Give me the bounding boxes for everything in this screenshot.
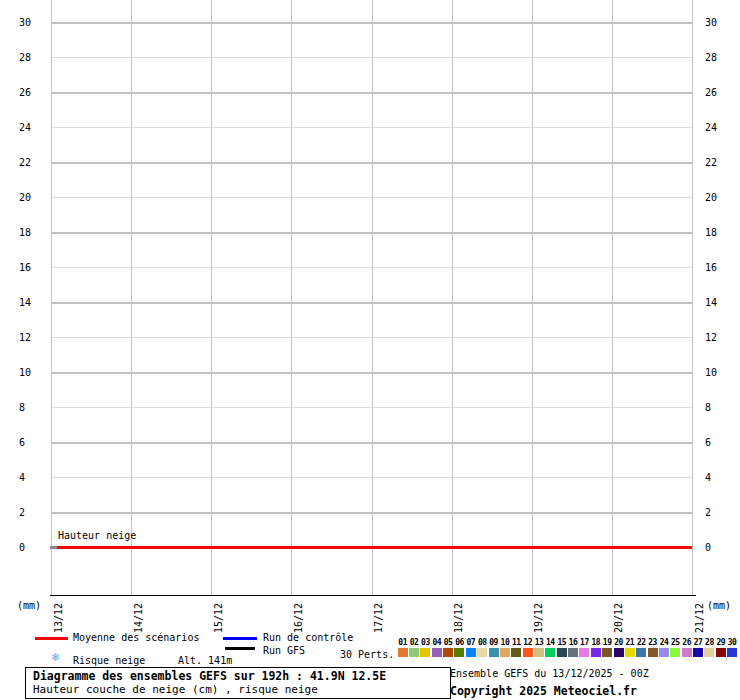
y-axis-label-right: 4 — [705, 473, 711, 483]
pert-color-swatch — [511, 648, 521, 657]
pert-color-swatch — [704, 648, 714, 657]
y-axis-label-left: 14 — [19, 298, 31, 308]
pert-number-label: 14 — [545, 638, 556, 647]
pert-color-swatch — [523, 648, 533, 657]
y-axis-label-right: 30 — [705, 18, 717, 28]
chart-title: Diagramme des ensembles GEFS sur 192h : … — [33, 669, 450, 683]
y-axis-label-left: 12 — [19, 333, 31, 343]
pert-number-label: 27 — [692, 638, 703, 647]
x-axis-date-label: 16/12 — [293, 603, 305, 633]
y-axis-unit-left: (mm) — [17, 600, 41, 611]
grid-line-vertical — [291, 0, 292, 595]
x-axis-date-label: 19/12 — [533, 603, 545, 633]
ensemble-chart-screen: 0022446688101012121414161618182020222224… — [0, 0, 740, 700]
pert-number-label: 11 — [511, 638, 522, 647]
pert-number-label: 30 — [726, 638, 737, 647]
perturbation-legend-strip: 0102030405060708091011121314151617181920… — [397, 638, 738, 657]
y-axis-label-left: 18 — [19, 228, 31, 238]
pert-color-swatch — [454, 648, 464, 657]
pert-color-swatch — [659, 648, 669, 657]
y-axis-label-right: 8 — [705, 403, 711, 413]
copyright-label: Copyright 2025 Meteociel.fr — [450, 684, 637, 698]
legend-mean-line-swatch — [35, 637, 68, 640]
x-axis-date-label: 17/12 — [373, 603, 385, 633]
pert-number-label: 08 — [477, 638, 488, 647]
y-axis-label-right: 26 — [705, 88, 717, 98]
grid-line-vertical — [452, 0, 453, 595]
chart-plot-area: 0022446688101012121414161618182020222224… — [0, 0, 740, 700]
pert-number-label: 09 — [488, 638, 499, 647]
y-axis-label-left: 30 — [19, 18, 31, 28]
legend-gfs-line-swatch — [225, 647, 255, 650]
pert-number-label: 02 — [408, 638, 419, 647]
y-axis-label-right: 12 — [705, 333, 717, 343]
pert-color-swatch — [466, 648, 476, 657]
y-axis-unit-right: (mm) — [707, 600, 731, 611]
pert-number-label: 03 — [420, 638, 431, 647]
y-axis-label-right: 24 — [705, 123, 717, 133]
legend-risk-label: Risque neige — [73, 655, 145, 666]
y-axis-label-left: 8 — [19, 403, 25, 413]
pert-number-label: 24 — [658, 638, 669, 647]
y-axis-label-left: 0 — [19, 543, 25, 553]
y-axis-label-right: 10 — [705, 368, 717, 378]
y-axis-label-right: 28 — [705, 53, 717, 63]
pert-color-swatch — [579, 648, 589, 657]
pert-number-label: 20 — [613, 638, 624, 647]
pert-color-swatch — [670, 648, 680, 657]
pert-color-swatch — [591, 648, 601, 657]
y-axis-label-left: 24 — [19, 123, 31, 133]
pert-number-label: 23 — [647, 638, 658, 647]
pert-number-label: 10 — [499, 638, 510, 647]
chart-subtitle: Hauteur couche de neige (cm) , risque ne… — [33, 683, 450, 696]
pert-color-swatch — [409, 648, 419, 657]
pert-color-swatch — [432, 648, 442, 657]
grid-line-vertical — [532, 0, 533, 595]
pert-number-label: 12 — [522, 638, 533, 647]
pert-number-label: 16 — [567, 638, 578, 647]
y-axis-label-right: 20 — [705, 193, 717, 203]
y-axis-label-left: 6 — [19, 438, 25, 448]
y-axis-label-left: 26 — [19, 88, 31, 98]
y-axis-label-right: 2 — [705, 508, 711, 518]
y-axis-label-left: 20 — [19, 193, 31, 203]
pert-number-label: 21 — [624, 638, 635, 647]
pert-number-label: 01 — [397, 638, 408, 647]
series-line-mean — [57, 546, 692, 549]
pert-number-label: 29 — [715, 638, 726, 647]
pert-color-swatch — [568, 648, 578, 657]
chart-title-box: Diagramme des ensembles GEFS sur 192h : … — [25, 667, 451, 699]
y-axis-label-right: 14 — [705, 298, 717, 308]
pert-color-swatch — [477, 648, 487, 657]
y-axis-label-right: 22 — [705, 158, 717, 168]
pert-color-swatch — [420, 648, 430, 657]
pert-color-swatch — [648, 648, 658, 657]
y-axis-label-right: 0 — [705, 543, 711, 553]
x-axis-date-label: 20/12 — [613, 603, 625, 633]
pert-number-label: 25 — [670, 638, 681, 647]
pert-color-swatch — [500, 648, 510, 657]
pert-color-swatch — [557, 648, 567, 657]
series-annotation: Hauteur neige — [58, 530, 136, 541]
grid-line-vertical — [51, 0, 52, 595]
snowflake-icon: ❄ — [52, 651, 59, 663]
legend-gfs-label: Run GFS — [263, 645, 305, 656]
pert-color-swatch — [625, 648, 635, 657]
x-axis-date-label: 18/12 — [453, 603, 465, 633]
run-info-label: Ensemble GEFS du 13/12/2025 - 00Z — [450, 668, 649, 679]
x-axis-date-label: 13/12 — [53, 603, 65, 633]
pert-color-swatch — [682, 648, 692, 657]
y-axis-label-right: 6 — [705, 438, 711, 448]
pert-color-swatch — [443, 648, 453, 657]
pert-number-label: 07 — [465, 638, 476, 647]
pert-number-label: 17 — [579, 638, 590, 647]
y-axis-label-left: 22 — [19, 158, 31, 168]
pert-number-label: 15 — [556, 638, 567, 647]
pert-color-swatch — [716, 648, 726, 657]
x-axis-line — [50, 595, 696, 596]
y-axis-label-left: 4 — [19, 473, 25, 483]
pert-color-swatch — [614, 648, 624, 657]
y-axis-label-left: 16 — [19, 263, 31, 273]
x-axis-date-label: 21/12 — [694, 603, 706, 633]
pert-number-label: 13 — [533, 638, 544, 647]
